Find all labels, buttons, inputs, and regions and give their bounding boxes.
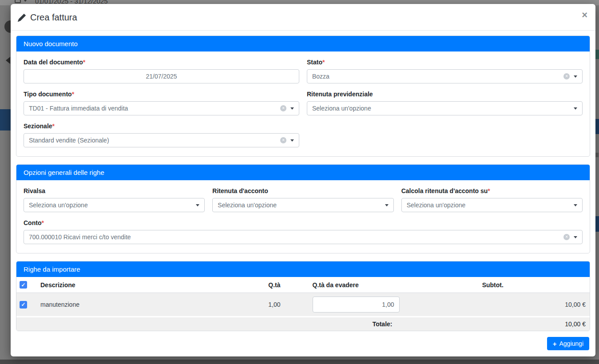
required-asterisk: * xyxy=(322,59,325,66)
plus-icon: + xyxy=(553,340,557,347)
cell-qta: 1,00 xyxy=(231,297,284,312)
crea-fattura-modal: Crea fattura × Nuovo documento Data del … xyxy=(11,4,595,356)
field-label: Ritenuta previdenziale xyxy=(307,91,583,98)
field-sezionale: Sezionale* Standard vendite (Sezionale) xyxy=(24,123,299,147)
background-button-fragment xyxy=(595,216,599,232)
field-label: Sezionale xyxy=(24,123,52,130)
aggiungi-button-label: Aggiungi xyxy=(559,340,584,347)
table-total-row: Totale: 10,00 € xyxy=(16,317,590,331)
field-data-documento: Data del documento* xyxy=(24,59,299,83)
pencil-icon xyxy=(18,14,26,22)
background-badge-fragment xyxy=(595,50,599,59)
field-label: Tipo documento xyxy=(24,91,72,98)
column-header-qta-evadere: Q.tà da evadere xyxy=(309,277,396,293)
conto-select[interactable]: 700.000010 Ricavi merci c/to vendite xyxy=(24,230,583,244)
stato-select[interactable]: Bozza xyxy=(307,69,583,83)
totale-value: 10,00 € xyxy=(396,317,590,331)
caret-down-icon xyxy=(290,139,294,142)
caret-down-icon xyxy=(290,107,294,110)
caret-down-icon xyxy=(385,204,389,206)
field-tipo-documento: Tipo documento* TD01 - Fattura immediata… xyxy=(24,91,299,115)
section-header: Nuovo documento xyxy=(16,36,590,51)
modal-title-text: Crea fattura xyxy=(30,12,77,23)
back-arrow-icon xyxy=(6,57,10,64)
column-header-qta: Q.tà xyxy=(231,277,284,293)
modal-title: Crea fattura xyxy=(18,12,588,23)
required-asterisk: * xyxy=(488,187,490,194)
tipo-documento-select-value: TD01 - Fattura immediata di vendita xyxy=(29,105,280,112)
row-checkbox[interactable] xyxy=(20,301,27,309)
qta-evadere-input[interactable] xyxy=(313,297,400,313)
field-rivalsa: Rivalsa Seleziona un'opzione xyxy=(24,187,205,212)
clear-icon[interactable] xyxy=(563,73,570,79)
section-header: Righe da importare xyxy=(16,261,590,277)
calcola-ritenuta-select[interactable]: Seleziona un'opzione xyxy=(401,198,583,212)
calcola-ritenuta-placeholder: Seleziona un'opzione xyxy=(407,202,574,209)
section-opzioni-righe: Opzioni generali delle righe Rivalsa Sel… xyxy=(16,164,590,253)
field-label: Stato xyxy=(307,59,322,66)
required-asterisk: * xyxy=(83,59,85,66)
sezionale-select[interactable]: Standard vendite (Sezionale) xyxy=(24,133,299,147)
field-stato: Stato* Bozza xyxy=(307,59,583,83)
section-righe-importare: Righe da importare Descrizione Q.tà Q.tà… xyxy=(16,261,590,331)
section-nuovo-documento: Nuovo documento Data del documento* Stat… xyxy=(16,36,590,157)
field-label: Rivalsa xyxy=(24,187,205,194)
modal-header: Crea fattura × xyxy=(11,4,595,31)
modal-body: Nuovo documento Data del documento* Stat… xyxy=(11,31,595,331)
background-button-fragment xyxy=(0,109,11,131)
field-calcola-ritenuta: Calcola ritenuta d'acconto su* Seleziona… xyxy=(401,187,583,212)
field-label: Ritenuta d'acconto xyxy=(212,187,393,194)
stato-select-value: Bozza xyxy=(312,73,563,80)
rivalsa-select[interactable]: Seleziona un'opzione xyxy=(24,198,205,212)
required-asterisk: * xyxy=(41,219,44,226)
modal-footer: + Aggiungi xyxy=(11,331,595,356)
column-header-subtot: Subtot. xyxy=(396,277,590,293)
caret-down-icon xyxy=(574,107,577,110)
conto-select-value: 700.000010 Ricavi merci c/to vendite xyxy=(29,233,563,241)
clear-icon[interactable] xyxy=(563,234,570,240)
ritenuta-acconto-placeholder: Seleziona un'opzione xyxy=(218,202,385,209)
data-documento-input[interactable] xyxy=(24,69,299,83)
caret-down-icon xyxy=(24,0,27,2)
caret-down-icon xyxy=(574,75,577,78)
totale-label: Totale: xyxy=(309,317,396,331)
field-label: Data del documento xyxy=(24,59,83,66)
ritenuta-acconto-select[interactable]: Seleziona un'opzione xyxy=(212,198,393,212)
column-header-descrizione: Descrizione xyxy=(37,277,231,293)
clear-icon[interactable] xyxy=(280,137,286,143)
field-label: Calcola ritenuta d'acconto su xyxy=(401,187,488,194)
background-button-fragment xyxy=(595,119,599,134)
clear-icon[interactable] xyxy=(280,105,286,111)
sezionale-select-value: Standard vendite (Sezionale) xyxy=(29,137,280,144)
cell-descrizione: manutenzione xyxy=(37,297,231,312)
field-ritenuta-acconto: Ritenuta d'acconto Seleziona un'opzione xyxy=(212,187,393,212)
required-asterisk: * xyxy=(52,123,55,130)
ritenuta-previdenziale-placeholder: Seleziona un'opzione xyxy=(312,105,574,112)
tipo-documento-select[interactable]: TD01 - Fattura immediata di vendita xyxy=(24,101,299,115)
select-all-checkbox[interactable] xyxy=(20,281,27,289)
cell-subtot: 10,00 € xyxy=(396,297,590,312)
field-ritenuta-previdenziale: Ritenuta previdenziale Seleziona un'opzi… xyxy=(307,91,583,115)
section-header: Opzioni generali delle righe xyxy=(16,165,590,180)
aggiungi-button[interactable]: + Aggiungi xyxy=(547,337,589,350)
caret-down-icon xyxy=(574,236,577,238)
caret-down-icon xyxy=(196,204,199,206)
ritenuta-previdenziale-select[interactable]: Seleziona un'opzione xyxy=(307,101,583,115)
table-header-row: Descrizione Q.tà Q.tà da evadere Subtot. xyxy=(16,277,590,293)
required-asterisk: * xyxy=(72,91,74,98)
rivalsa-placeholder: Seleziona un'opzione xyxy=(29,202,196,209)
table-row: manutenzione 1,00 10,00 € xyxy=(16,293,590,317)
calendar-icon xyxy=(15,0,21,3)
background-footer-fragment xyxy=(0,360,599,364)
field-conto: Conto* 700.000010 Ricavi merci c/to vend… xyxy=(24,219,583,244)
field-label: Conto xyxy=(24,219,41,226)
caret-down-icon xyxy=(574,204,577,206)
close-icon[interactable]: × xyxy=(582,10,587,20)
background-text-fragment xyxy=(595,153,599,157)
